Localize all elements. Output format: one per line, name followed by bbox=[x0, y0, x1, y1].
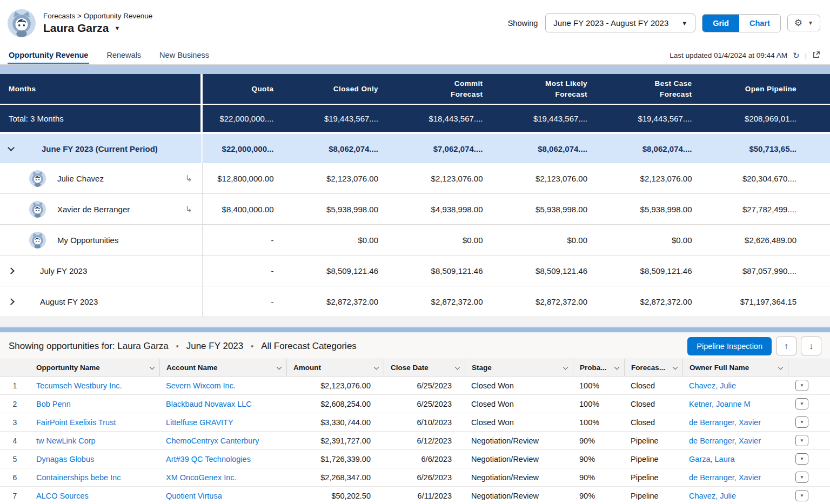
account-link[interactable]: Art#39 QC Technologies bbox=[159, 455, 286, 463]
col-header-probability[interactable]: Proba... bbox=[573, 359, 624, 376]
horizontal-scrollbar[interactable] bbox=[0, 326, 830, 333]
grid-cell-most-likely[interactable]: $0.00 bbox=[517, 225, 621, 255]
opportunity-link[interactable]: Tecumseh Westbury Inc. bbox=[30, 381, 159, 390]
total-commit[interactable]: $18,443,567.... bbox=[412, 105, 517, 132]
total-most-likely[interactable]: $19,443,567.... bbox=[517, 105, 621, 132]
grid-cell-most-likely[interactable]: $8,509,121.46 bbox=[517, 256, 621, 286]
row-actions-button[interactable]: ▼ bbox=[795, 490, 808, 501]
col-header-best-case-forecast[interactable]: Best Case Forecast bbox=[642, 78, 692, 99]
grid-cell-commit[interactable]: $2,123,076.00 bbox=[412, 163, 517, 193]
chevron-down-icon[interactable] bbox=[614, 364, 620, 369]
grid-cell-best-case[interactable]: $2,872,372.00 bbox=[621, 286, 726, 317]
col-header-forecast-category[interactable]: Forecas... bbox=[624, 359, 682, 376]
period-label[interactable]: July FY 2023 bbox=[40, 266, 87, 275]
grid-cell-commit[interactable]: $2,872,372.00 bbox=[412, 286, 517, 317]
owner-link[interactable]: Chavez, Julie bbox=[682, 492, 788, 500]
grid-cell-quota[interactable]: $8,400,000.00 bbox=[203, 194, 307, 224]
period-range-select[interactable]: June FY 2023 - August FY 2023 ▼ bbox=[545, 14, 695, 32]
owner-link[interactable]: Ketner, Joanne M bbox=[682, 400, 788, 408]
owner-link[interactable]: de Berranger, Xavier bbox=[682, 436, 788, 445]
col-header-close-date[interactable]: Close Date bbox=[384, 359, 465, 376]
total-closed-only[interactable]: $19,443,567.... bbox=[307, 105, 412, 132]
opportunity-link[interactable]: Dynagas Globus bbox=[30, 455, 159, 463]
row-actions-button[interactable]: ▼ bbox=[795, 472, 808, 483]
collapse-panel-button[interactable]: ↑ bbox=[776, 337, 796, 355]
grid-cell-open-pipeline[interactable]: $71,197,364.15 bbox=[726, 286, 830, 317]
settings-button[interactable]: ⚙ ▼ bbox=[787, 15, 820, 31]
account-link[interactable]: Quotient Virtusa bbox=[159, 492, 286, 500]
col-header-months[interactable]: Months bbox=[0, 74, 203, 104]
grid-cell-closed-only[interactable]: $8,509,121.46 bbox=[307, 256, 412, 286]
owner-link[interactable]: Chavez, Julie bbox=[682, 381, 788, 390]
drill-down-icon[interactable]: ↳ bbox=[185, 204, 192, 214]
col-header-opportunity-name[interactable]: Opportunity Name bbox=[30, 359, 159, 376]
grid-cell-open-pipeline[interactable]: $27,782,499.... bbox=[726, 194, 830, 224]
opportunity-link[interactable]: tw NewLink Corp bbox=[30, 436, 159, 445]
grid-cell-quota[interactable]: $22,000,000... bbox=[203, 134, 307, 163]
grid-cell-most-likely[interactable]: $8,062,074.... bbox=[517, 134, 621, 163]
col-header-owner-full-name[interactable]: Owner Full Name bbox=[682, 359, 788, 376]
row-actions-button[interactable]: ▼ bbox=[795, 435, 808, 446]
opportunity-link[interactable]: FairPoint Exelixis Trust bbox=[30, 418, 159, 427]
person-label[interactable]: My Opportunities bbox=[57, 236, 118, 245]
grid-cell-open-pipeline[interactable]: $87,057,990.... bbox=[726, 256, 830, 286]
chevron-down-icon[interactable] bbox=[277, 364, 282, 369]
grid-cell-quota[interactable]: - bbox=[203, 256, 307, 286]
grid-cell-closed-only[interactable]: $0.00 bbox=[307, 225, 412, 255]
chevron-down-icon[interactable] bbox=[150, 364, 155, 369]
chevron-down-icon[interactable] bbox=[563, 364, 568, 369]
pipeline-inspection-button[interactable]: Pipeline Inspection bbox=[687, 337, 772, 355]
grid-cell-closed-only[interactable]: $5,938,998.00 bbox=[307, 194, 412, 224]
collapse-chevron-icon[interactable] bbox=[8, 144, 15, 151]
chart-view-button[interactable]: Chart bbox=[739, 15, 780, 32]
grid-cell-best-case[interactable]: $5,938,998.00 bbox=[621, 194, 726, 224]
account-link[interactable]: ChemoCentryx Canterbury bbox=[159, 436, 286, 445]
row-actions-button[interactable]: ▼ bbox=[795, 453, 808, 465]
grid-cell-most-likely[interactable]: $5,938,998.00 bbox=[517, 194, 621, 224]
grid-cell-best-case[interactable]: $2,123,076.00 bbox=[621, 163, 726, 193]
grid-cell-quota[interactable]: - bbox=[203, 225, 307, 255]
grid-cell-best-case[interactable]: $8,062,074.... bbox=[621, 134, 726, 163]
period-label[interactable]: August FY 2023 bbox=[40, 297, 98, 306]
col-header-stage[interactable]: Stage bbox=[465, 359, 573, 376]
col-header-account-name[interactable]: Account Name bbox=[159, 359, 286, 376]
account-link[interactable]: Severn Wixcom Inc. bbox=[159, 381, 286, 390]
period-label[interactable]: June FY 2023 (Current Period) bbox=[42, 144, 158, 153]
refresh-icon[interactable]: ↻ bbox=[793, 51, 800, 59]
owner-link[interactable]: de Berranger, Xavier bbox=[682, 418, 788, 427]
tab-new-business[interactable]: New Business bbox=[158, 48, 210, 64]
opportunity-link[interactable]: ALCO Sources bbox=[30, 492, 159, 500]
account-link[interactable]: Littelfuse GRAVITY bbox=[159, 418, 286, 427]
grid-cell-commit[interactable]: $7,062,074.... bbox=[412, 134, 517, 163]
person-label[interactable]: Julie Chavez bbox=[57, 174, 104, 183]
grid-cell-commit[interactable]: $4,938,998.00 bbox=[412, 194, 517, 224]
grid-cell-open-pipeline[interactable]: $2,626,489.00 bbox=[726, 225, 830, 255]
chevron-down-icon[interactable] bbox=[778, 364, 784, 369]
chevron-down-icon[interactable] bbox=[374, 364, 379, 369]
expand-chevron-icon[interactable] bbox=[8, 267, 15, 274]
row-actions-button[interactable]: ▼ bbox=[795, 416, 808, 428]
grid-cell-open-pipeline[interactable]: $20,304,670.... bbox=[726, 163, 830, 193]
account-link[interactable]: XM OncoGenex Inc. bbox=[159, 473, 286, 482]
share-icon[interactable] bbox=[812, 51, 820, 60]
opportunity-link[interactable]: Bob Penn bbox=[30, 400, 159, 408]
total-open-pipeline[interactable]: $208,969,01... bbox=[726, 105, 830, 132]
col-header-open-pipeline[interactable]: Open Pipeline bbox=[726, 74, 830, 104]
chevron-down-icon[interactable] bbox=[455, 364, 460, 369]
tab-opportunity-revenue[interactable]: Opportunity Revenue bbox=[8, 48, 89, 64]
grid-cell-most-likely[interactable]: $2,872,372.00 bbox=[517, 286, 621, 317]
grid-cell-best-case[interactable]: $0.00 bbox=[621, 225, 726, 255]
col-header-amount[interactable]: Amount bbox=[286, 359, 384, 376]
total-quota[interactable]: $22,000,000.... bbox=[203, 105, 307, 132]
drill-down-icon[interactable]: ↳ bbox=[185, 173, 192, 184]
grid-cell-commit[interactable]: $8,509,121.46 bbox=[412, 256, 517, 286]
grid-cell-closed-only[interactable]: $2,872,372.00 bbox=[307, 286, 412, 317]
owner-link[interactable]: de Berranger, Xavier bbox=[682, 473, 788, 482]
person-label[interactable]: Xavier de Berranger bbox=[57, 205, 130, 214]
grid-cell-most-likely[interactable]: $2,123,076.00 bbox=[517, 163, 621, 193]
row-actions-button[interactable]: ▼ bbox=[795, 380, 808, 391]
col-header-commit-forecast[interactable]: Commit Forecast bbox=[433, 78, 483, 99]
opportunity-link[interactable]: Containerships bebe Inc bbox=[30, 473, 159, 482]
chevron-down-icon[interactable] bbox=[673, 364, 678, 369]
grid-cell-commit[interactable]: $0.00 bbox=[412, 225, 517, 255]
